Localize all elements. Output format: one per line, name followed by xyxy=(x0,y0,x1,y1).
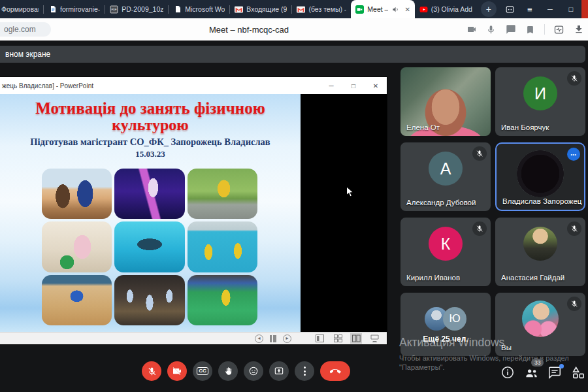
gmail-icon xyxy=(297,5,305,14)
slide-sorter-view-button[interactable] xyxy=(332,333,344,344)
end-call-icon xyxy=(330,366,341,377)
window-minimize-button[interactable]: ─ xyxy=(540,0,561,18)
participant-tile-alexandr[interactable]: А Александр Дубовой xyxy=(400,142,491,211)
mic-permission-icon[interactable] xyxy=(485,24,497,35)
toolbar-divider xyxy=(544,24,545,35)
next-slide-button[interactable]: ▸ xyxy=(283,335,291,343)
browser-essentials-icon[interactable] xyxy=(553,24,564,35)
tile-more-options-button[interactable]: ••• xyxy=(567,148,580,161)
pdf-icon: PDF xyxy=(110,5,118,14)
browser-tab-strip: Формирован formirovanie- PDF PD-2009_10z… xyxy=(0,0,588,18)
present-screen-button[interactable] xyxy=(269,361,289,381)
ppt-minimize-button[interactable]: ─ xyxy=(320,77,342,94)
participants-button[interactable] xyxy=(523,365,539,380)
mic-off-icon xyxy=(472,146,487,161)
leave-call-button[interactable] xyxy=(320,361,350,381)
meet-call-controls: CC xyxy=(142,361,350,381)
new-tab-button[interactable]: + xyxy=(481,1,497,17)
banner-text: вном экране xyxy=(5,50,50,59)
ppt-maximize-button[interactable]: □ xyxy=(342,77,365,94)
meet-main-area: вном экране жець Владислав] - PowerPoint… xyxy=(0,41,588,392)
captions-button[interactable]: CC xyxy=(193,361,212,381)
window-close-button[interactable]: ✕ xyxy=(581,0,588,18)
mic-off-icon xyxy=(567,221,581,236)
address-bar[interactable]: ogle.com xyxy=(0,22,51,37)
participant-tile-you[interactable]: Вы xyxy=(495,293,585,356)
reading-view-button[interactable] xyxy=(350,333,362,344)
mute-mic-button[interactable] xyxy=(142,361,161,381)
windows-activation-watermark-title: Активация Windows xyxy=(399,336,504,350)
youtube-icon xyxy=(419,5,428,14)
raise-hand-icon xyxy=(223,367,233,376)
collage-photo-cheerleaders xyxy=(114,275,184,325)
chat-bubble-icon[interactable] xyxy=(505,24,516,35)
ppt-close-button[interactable]: ✕ xyxy=(365,77,387,94)
participant-tile-ivan[interactable]: И Иван Боярчук xyxy=(495,67,585,136)
downloads-icon[interactable] xyxy=(573,24,584,35)
gmail-icon xyxy=(235,5,243,14)
tab-label: Формирован xyxy=(1,5,39,13)
chat-button[interactable] xyxy=(547,365,563,380)
participant-tile-kirill[interactable]: К Кирилл Иванов xyxy=(400,218,491,286)
tab-close-icon[interactable]: ✕ xyxy=(403,6,410,13)
tab-youtube[interactable]: (3) Olivia Add xyxy=(415,0,477,18)
collage-photo-running xyxy=(42,169,112,219)
camera-off-button[interactable] xyxy=(167,361,187,381)
window-maximize-button[interactable]: □ xyxy=(561,0,581,18)
meeting-details-button[interactable] xyxy=(500,365,515,380)
present-screen-icon xyxy=(274,366,284,376)
participant-name: Иван Боярчук xyxy=(501,123,549,131)
participant-tile-elena[interactable]: Елена От xyxy=(400,67,491,136)
slideshow-view-button[interactable] xyxy=(368,333,380,344)
tab-label: (без темы) - xyxy=(308,5,346,13)
avatar: К xyxy=(429,227,463,261)
more-options-button[interactable] xyxy=(295,361,314,381)
participant-name: Анастасия Гайдай xyxy=(501,274,564,282)
tab-formirovanie[interactable]: formirovanie- xyxy=(44,0,105,18)
info-icon xyxy=(500,365,515,380)
mouse-cursor xyxy=(346,186,355,201)
slide: Мотивація до занять фізичною культурою П… xyxy=(0,94,301,332)
activities-icon xyxy=(571,365,586,380)
browser-copilot-icon[interactable] xyxy=(500,0,520,18)
normal-view-button[interactable] xyxy=(314,333,325,344)
participant-name: Елена От xyxy=(406,123,440,131)
participant-tile-anastasia[interactable]: Анастасия Гайдай xyxy=(495,218,585,286)
svg-text:PDF: PDF xyxy=(112,8,118,11)
camera-permission-icon[interactable] xyxy=(466,24,477,35)
bookmark-icon[interactable] xyxy=(525,24,536,35)
collage-photo-aerial-dancer xyxy=(114,169,184,219)
presentation-black-area xyxy=(301,94,387,332)
notes-icon[interactable] xyxy=(270,335,276,342)
tab-meet-active[interactable]: Meet – ✕ xyxy=(351,0,415,18)
powerpoint-titlebar[interactable]: жець Владислав] - PowerPoint ─ □ ✕ xyxy=(0,77,387,94)
activities-button[interactable] xyxy=(570,365,586,380)
mic-off-icon xyxy=(147,367,157,376)
powerpoint-window: жець Владислав] - PowerPoint ─ □ ✕ Мотив… xyxy=(0,77,387,344)
participant-name: Владислав Запорожец xyxy=(502,197,581,205)
tab-microsoft-word[interactable]: Microsoft Wo xyxy=(169,0,229,18)
tab-audio-icon[interactable] xyxy=(391,5,400,14)
browser-menu-icon[interactable]: ≡ xyxy=(520,0,540,18)
tab-label: PD-2009_10z xyxy=(122,5,163,13)
avatar: И xyxy=(523,76,557,110)
slide-subtitle: Підготував магістрант СО_ФК_ Запорожець … xyxy=(0,137,301,148)
previous-slide-button[interactable]: ◂ xyxy=(255,335,263,343)
stacked-avatars: Ю xyxy=(425,307,466,331)
browser-toolbar: ogle.com Meet – nbf-mcqc-cad xyxy=(0,18,588,41)
tab-gmail-compose[interactable]: (без темы) - xyxy=(292,0,351,18)
avatar: Ю xyxy=(443,307,466,331)
participant-tile-vladislav-selected[interactable]: ••• Владислав Запорожец xyxy=(495,142,585,211)
tab-gmail-inbox[interactable]: Входящие (9 xyxy=(230,0,291,18)
reactions-button[interactable] xyxy=(244,361,263,381)
avatar: А xyxy=(429,152,463,186)
vertical-dots-icon xyxy=(304,367,306,376)
powerpoint-statusbar: ◂ ▸ xyxy=(0,332,387,344)
participant-name: Александр Дубовой xyxy=(406,199,476,206)
dark-camera-circle xyxy=(517,150,564,197)
raise-hand-button[interactable] xyxy=(218,361,238,381)
captions-icon: CC xyxy=(197,367,208,375)
tab-formirovan[interactable]: Формирован xyxy=(0,0,43,18)
tab-pdf[interactable]: PDF PD-2009_10z xyxy=(105,0,168,18)
tab-label: (3) Olivia Add xyxy=(431,5,472,13)
